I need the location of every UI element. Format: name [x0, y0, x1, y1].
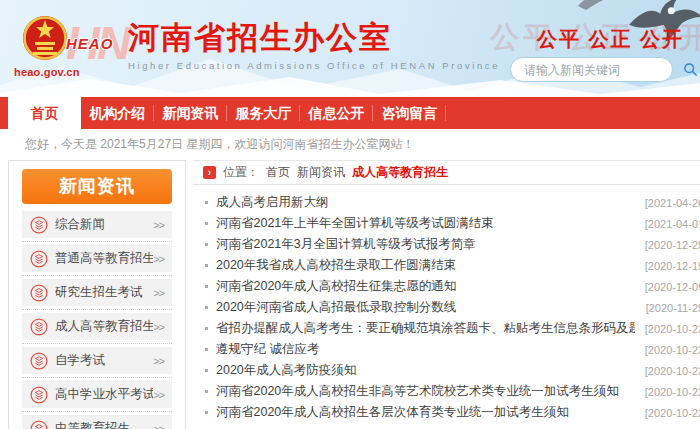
- news-sidebar: 新闻资讯 综合新闻 >>: [8, 160, 186, 429]
- sidebar-item-label: 自学考试: [55, 352, 153, 369]
- news-link[interactable]: 2020年成人高考防疫须知: [216, 362, 635, 379]
- sidebar-list: 综合新闻 >> 普通高等教育招生 >>: [22, 211, 172, 429]
- bullet-icon: [205, 327, 208, 330]
- news-row: 2020年我省成人高校招生录取工作圆满结束 [2020-12-15]: [205, 255, 700, 276]
- news-date: [2020-10-23]: [645, 323, 700, 335]
- sidebar-item-5[interactable]: 高中学业水平考试 >>: [22, 381, 172, 408]
- double-chevron-icon: >>: [153, 253, 164, 265]
- news-date: [2020-12-09]: [645, 281, 700, 293]
- bullet-icon: [205, 411, 208, 414]
- double-chevron-icon: >>: [153, 389, 164, 401]
- news-content-panel: › 位置： 首页新闻资讯 成人高等教育招生 成人高考启用新大纲 [2021-04…: [193, 160, 700, 429]
- sidebar-item-4[interactable]: 自学考试 >>: [22, 347, 172, 374]
- news-link[interactable]: 河南省2021年上半年全国计算机等级考试圆满结束: [216, 215, 635, 232]
- news-link[interactable]: 省招办提醒成人高考考生：要正确规范填涂答题卡、粘贴考生信息条形码及题型码: [216, 320, 635, 337]
- nav-item-1[interactable]: 机构介绍: [81, 97, 154, 129]
- stacked-layers-icon: [30, 420, 48, 429]
- news-date: [2021-04-01]: [645, 218, 700, 230]
- news-link[interactable]: 2020年河南省成人高招最低录取控制分数线: [216, 299, 636, 316]
- news-row: 省招办提醒成人高考考生：要正确规范填涂答题卡、粘贴考生信息条形码及题型码 [20…: [205, 318, 700, 339]
- news-link[interactable]: 遵规守纪 诚信应考: [216, 341, 635, 358]
- site-title-block: 河南省招生办公室 Higher Education Admissions Off…: [128, 20, 500, 71]
- page: heao.gov.cn HN HEAO 河南省招生办公室 Higher Educ…: [0, 0, 700, 429]
- news-date: [2020-10-23]: [645, 365, 700, 377]
- search-icon[interactable]: [683, 62, 698, 77]
- breadcrumb-link[interactable]: 首页: [266, 164, 290, 181]
- stacked-layers-icon: [30, 386, 48, 404]
- page-title: 河南省招生办公室: [128, 20, 500, 56]
- news-link[interactable]: 河南省2021年3月全国计算机等级考试报考简章: [216, 236, 635, 253]
- news-link[interactable]: 河南省2020年成人高校招生征集志愿的通知: [216, 278, 635, 295]
- bullet-icon: [205, 264, 208, 267]
- sidebar-item-6[interactable]: 中等教育招生 >>: [22, 415, 172, 429]
- nav-item-2[interactable]: 新闻资讯: [154, 97, 227, 129]
- national-emblem-icon: [22, 12, 68, 64]
- bullet-icon: [205, 369, 208, 372]
- sidebar-item-label: 综合新闻: [55, 216, 153, 233]
- nav-item-5[interactable]: 咨询留言: [373, 97, 446, 129]
- sidebar-item-label: 成人高等教育招生: [55, 318, 153, 335]
- news-date: [2020-11-25]: [646, 302, 700, 314]
- news-date: [2020-10-23]: [645, 344, 700, 356]
- bullet-icon: [205, 243, 208, 246]
- logo-acronym: HEAO: [66, 35, 113, 52]
- news-row: 河南省2020年成人高校招生征集志愿的通知 [2020-12-09]: [205, 276, 700, 297]
- heao-logo: HN HEAO: [66, 16, 130, 70]
- main-nav: 首页机构介绍新闻资讯服务大厅信息公开咨询留言: [0, 97, 700, 129]
- news-date: [2020-12-15]: [645, 260, 700, 272]
- news-link[interactable]: 2020年我省成人高校招生录取工作圆满结束: [216, 257, 635, 274]
- news-list: 成人高考启用新大纲 [2021-04-26] 河南省2021年上半年全国计算机等…: [193, 185, 700, 423]
- news-row: 成人高考启用新大纲 [2021-04-26]: [205, 192, 700, 213]
- sidebar-item-1[interactable]: 普通高等教育招生 >>: [22, 245, 172, 272]
- bullet-icon: [205, 348, 208, 351]
- news-row: 河南省2020年成人高校招生非高等艺术院校艺术类专业统一加试考生须知 [2020…: [205, 381, 700, 402]
- site-header: heao.gov.cn HN HEAO 河南省招生办公室 Higher Educ…: [0, 0, 700, 97]
- news-row: 2020年河南省成人高招最低录取控制分数线 [2020-11-25]: [205, 297, 700, 318]
- sidebar-item-label: 中等教育招生: [55, 420, 153, 429]
- news-row: 遵规守纪 诚信应考 [2020-10-23]: [205, 339, 700, 360]
- bullet-icon: [205, 306, 208, 309]
- sidebar-item-label: 普通高等教育招生: [55, 250, 153, 267]
- double-chevron-icon: >>: [153, 219, 164, 231]
- bullet-icon: [205, 201, 208, 204]
- nav-item-4[interactable]: 信息公开: [300, 97, 373, 129]
- stacked-layers-icon: [30, 318, 48, 336]
- news-date: [2021-04-26]: [645, 197, 700, 209]
- sidebar-title[interactable]: 新闻资讯: [22, 169, 172, 204]
- nav-item-3[interactable]: 服务大厅: [227, 97, 300, 129]
- welcome-message: 您好，今天是 2021年5月27日 星期四，欢迎访问河南省招生办公室网站！: [0, 129, 700, 160]
- search-input[interactable]: [511, 63, 683, 77]
- breadcrumb-link[interactable]: 新闻资讯: [297, 164, 345, 181]
- breadcrumb: › 位置： 首页新闻资讯 成人高等教育招生: [193, 161, 700, 185]
- nav-item-0[interactable]: 首页: [8, 97, 81, 129]
- news-date: [2020-12-25]: [645, 239, 700, 251]
- news-row: 河南省2020年成人高校招生各层次体育类专业统一加试考生须知 [2020-10-…: [205, 402, 700, 423]
- bullet-icon: [205, 222, 208, 225]
- sidebar-item-label: 高中学业水平考试: [55, 386, 153, 403]
- sidebar-item-2[interactable]: 研究生招生考试 >>: [22, 279, 172, 306]
- main-area: 新闻资讯 综合新闻 >>: [8, 160, 692, 429]
- slogan: 公平 公正 公开: [537, 26, 684, 53]
- double-chevron-icon: >>: [153, 355, 164, 367]
- sidebar-item-0[interactable]: 综合新闻 >>: [22, 211, 172, 238]
- stacked-layers-icon: [30, 352, 48, 370]
- bullet-icon: [205, 285, 208, 288]
- news-row: 河南省2021年3月全国计算机等级考试报考简章 [2020-12-25]: [205, 234, 700, 255]
- double-chevron-icon: >>: [153, 321, 164, 333]
- stacked-layers-icon: [30, 216, 48, 234]
- news-link[interactable]: 河南省2020年成人高校招生非高等艺术院校艺术类专业统一加试考生须知: [216, 383, 635, 400]
- news-row: 河南省2021年上半年全国计算机等级考试圆满结束 [2021-04-01]: [205, 213, 700, 234]
- page-subtitle: Higher Education Admissions Office of HE…: [128, 60, 500, 71]
- news-link[interactable]: 河南省2020年成人高校招生各层次体育类专业统一加试考生须知: [216, 404, 635, 421]
- sidebar-item-3[interactable]: 成人高等教育招生 >>: [22, 313, 172, 340]
- news-link[interactable]: 成人高考启用新大纲: [216, 194, 635, 211]
- double-chevron-icon: >>: [153, 287, 164, 299]
- breadcrumb-current: 成人高等教育招生: [352, 164, 448, 181]
- breadcrumb-prefix: 位置：: [223, 164, 259, 181]
- stacked-layers-icon: [30, 284, 48, 302]
- bullet-icon: [205, 390, 208, 393]
- news-date: [2020-10-22]: [645, 386, 700, 398]
- double-chevron-icon: >>: [153, 423, 164, 429]
- news-row: 2020年成人高考防疫须知 [2020-10-23]: [205, 360, 700, 381]
- small-eagle-wing-icon: [578, 0, 612, 10]
